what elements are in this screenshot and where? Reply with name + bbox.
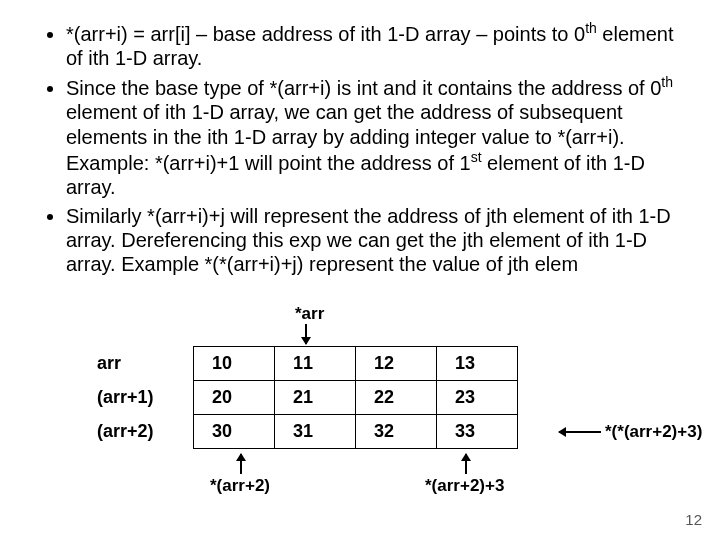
label-side: *(*(arr+2)+3) — [605, 422, 702, 442]
label-star-arr: *arr — [295, 304, 324, 324]
row-header: arr — [95, 347, 194, 381]
cell: 13 — [437, 347, 518, 381]
label-below-right: *(arr+2)+3 — [425, 476, 504, 496]
cell: 32 — [356, 415, 437, 449]
cell: 22 — [356, 381, 437, 415]
bullet-1-pre: *(arr+i) = arr[i] – base address of ith … — [66, 23, 585, 45]
row-header: (arr+1) — [95, 381, 194, 415]
cell: 31 — [275, 415, 356, 449]
table-row: arr 10 11 12 13 — [95, 347, 518, 381]
array-table: arr 10 11 12 13 (arr+1) 20 21 22 23 (arr… — [95, 346, 518, 449]
bullet-list: *(arr+i) = arr[i] – base address of ith … — [40, 20, 680, 277]
bullet-3: Similarly *(arr+i)+j will represent the … — [66, 204, 680, 277]
cell: 10 — [194, 347, 275, 381]
bullet-1: *(arr+i) = arr[i] – base address of ith … — [66, 20, 680, 70]
bullet-2-pre: Since the base type of *(arr+i) is int a… — [66, 77, 661, 99]
slide: *(arr+i) = arr[i] – base address of ith … — [0, 0, 720, 540]
cell: 20 — [194, 381, 275, 415]
arrow-up-icon — [465, 454, 467, 474]
row-header: (arr+2) — [95, 415, 194, 449]
cell: 11 — [275, 347, 356, 381]
table-row: (arr+1) 20 21 22 23 — [95, 381, 518, 415]
cell: 21 — [275, 381, 356, 415]
bullet-2-sup: th — [661, 74, 673, 90]
diagram: *arr arr 10 11 12 13 (arr+1) 20 21 22 23… — [95, 330, 655, 449]
page-number: 12 — [685, 511, 702, 528]
bullet-1-sup: th — [585, 20, 597, 36]
bullet-2: Since the base type of *(arr+i) is int a… — [66, 74, 680, 199]
table-row: (arr+2) 30 31 32 33 — [95, 415, 518, 449]
arrow-down-icon — [305, 324, 307, 344]
arrow-up-icon — [240, 454, 242, 474]
bullet-2-sup2: st — [471, 149, 482, 165]
cell: 30 — [194, 415, 275, 449]
label-below-left: *(arr+2) — [210, 476, 270, 496]
cell: 33 — [437, 415, 518, 449]
arrow-left-icon — [559, 431, 601, 433]
cell: 23 — [437, 381, 518, 415]
cell: 12 — [356, 347, 437, 381]
